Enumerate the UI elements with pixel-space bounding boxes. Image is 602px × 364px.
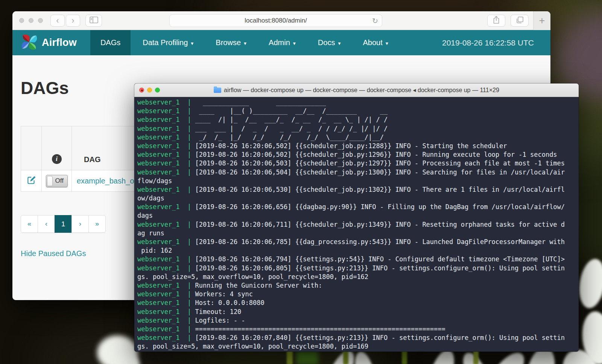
terminal-line: webserver_1 | [2019-08-26 16:20:06,502] … [137,150,579,159]
terminal-line: webserver_1 | Workers: 4 sync [137,290,579,299]
url-text: localhost:8080/admin/ [245,17,307,24]
terminal-line: webserver_1 | _/ /_ |_/ /_/ /_/ /_/ \___… [137,133,579,142]
terminal-line: webserver_1 | Logfiles: - - [137,316,579,325]
terminal-line: pid: 162 [137,246,579,255]
terminal-line: webserver_1 | [2019-08-26 16:20:06,711] … [137,220,579,229]
plus-icon: + [539,15,545,27]
nav-item-admin[interactable]: Admin ▾ [258,30,306,55]
terminal-line: flow/dags [137,177,579,185]
zoom-button[interactable] [38,18,43,23]
nav-item-docs[interactable]: Docs ▾ [308,30,351,55]
browser-titlebar: ‹ › localhost:8080/admin/ ↻ [12,11,550,30]
close-button[interactable] [19,18,24,23]
brand-name: Airflow [42,37,77,49]
nav-item-data-profiling[interactable]: Data Profiling ▾ [132,30,204,55]
terminal-line: webserver_1 | [2019-08-26 16:20:06,794] … [137,255,579,264]
folder-icon [214,88,221,93]
toggle-state-label: Off [55,177,64,185]
pagination: « ‹ 1 › » [21,215,106,233]
terminal-minimize-button[interactable] [147,88,152,93]
nav-item-browse[interactable]: Browse ▾ [205,30,257,55]
back-button[interactable]: ‹ [50,15,65,27]
minimize-button[interactable] [29,18,33,23]
terminal-line: webserver_1 | ____ |__( )_________ __/__… [137,107,579,115]
terminal-line: ag runs [137,229,579,238]
edit-dag-icon[interactable] [26,175,36,187]
terminal-line: gs. pool_size=5, max_overflow=10, pool_r… [137,273,579,281]
terminal-line: webserver_1 | ___ ___ | / _ / _ __/ _ / … [137,124,579,133]
terminal-line: webserver_1 | Timeout: 120 [137,308,579,316]
hide-paused-dags-link[interactable]: Hide Paused DAGs [21,249,86,258]
pagination-first[interactable]: « [21,215,38,233]
terminal-titlebar: airflow — docker-compose up — docker-com… [134,83,579,97]
share-button[interactable] [487,15,505,27]
terminal-line: webserver_1 | ____________ _____________ [137,98,579,107]
chevron-down-icon: ▾ [244,40,246,46]
terminal-line: webserver_1 | [2019-08-26 16:20:06,785] … [137,238,579,246]
nav-item-dags[interactable]: DAGs [90,30,131,55]
terminal-line: webserver_1 | Host: 0.0.0.0:8080 [137,299,579,307]
terminal-line: gs. pool_size=5, max_overflow=10, pool_r… [137,342,579,351]
terminal-line: dags [137,211,579,220]
terminal-line: webserver_1 | [2019-08-26 16:20:06,504] … [137,168,579,177]
utc-clock: 2019-08-26 16:22:58 UTC [442,30,550,55]
terminal-line: webserver_1 | [2019-08-26 16:20:06,503] … [137,159,579,168]
info-icon: i [52,154,62,164]
pagination-prev[interactable]: ‹ [38,215,55,233]
terminal-window: airflow — docker-compose up — docker-com… [134,83,579,352]
airflow-navbar: Airflow DAGs Data Profiling ▾ Browse ▾ A… [12,30,550,55]
tabs-button[interactable] [511,15,529,27]
chevron-down-icon: ▾ [338,40,341,46]
terminal-line: webserver_1 | [2019-08-26 16:20:06,805] … [137,264,579,273]
terminal-line: webserver_1 | [2019-08-26 16:20:06,656] … [137,203,579,211]
chevron-down-icon: ▾ [386,40,388,46]
refresh-icon[interactable]: ↻ [372,17,378,25]
terminal-line: webserver_1 | [2019-08-26 16:20:06,530] … [137,185,579,194]
terminal-title: airflow — docker-compose up — docker-com… [224,86,499,94]
share-icon [493,15,500,26]
forward-icon: › [71,16,74,26]
tabs-icon [515,16,524,25]
new-tab-button[interactable]: + [533,11,550,30]
terminal-zoom-button[interactable] [155,88,160,93]
terminal-close-button[interactable] [139,88,144,93]
terminal-line: webserver_1 | [2019-08-26 16:20:07,840] … [137,334,579,342]
pagination-last[interactable]: » [88,215,106,233]
terminal-line: ow/dags [137,194,579,203]
address-bar[interactable]: localhost:8080/admin/ ↻ [169,14,382,27]
forward-button[interactable]: › [66,15,80,27]
airflow-logo-icon [20,33,39,53]
toggle-knob [47,176,53,186]
terminal-line: webserver_1 | ____ /| |_ /__ ___/_ /_ __… [137,115,579,124]
terminal-line: webserver_1 | [2019-08-26 16:20:06,502] … [137,142,579,150]
airflow-brand[interactable]: Airflow [12,30,84,55]
sidebar-icon [90,17,98,25]
terminal-line: webserver_1 | ==========================… [137,325,579,334]
back-icon: ‹ [56,16,59,26]
terminal-window-controls [139,88,160,93]
chevron-down-icon: ▾ [191,40,193,46]
dag-pause-toggle[interactable]: Off [46,175,68,187]
terminal-log[interactable]: webserver_1 | ____________ _____________… [134,97,579,351]
pagination-page-1[interactable]: 1 [55,215,72,233]
pagination-next[interactable]: › [71,215,89,233]
chevron-down-icon: ▾ [293,40,296,46]
nav-item-about[interactable]: About ▾ [353,30,398,55]
window-controls [19,18,43,23]
sidebar-button[interactable] [85,15,102,27]
terminal-line: webserver_1 | Running the Gunicorn Serve… [137,281,579,290]
